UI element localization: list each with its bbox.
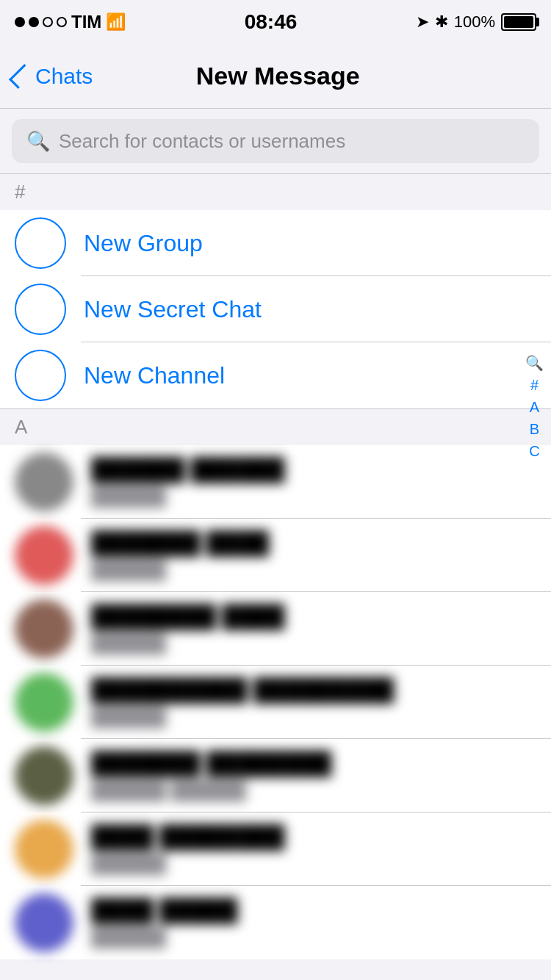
contact-info: ███████ ████ ██████ — [91, 530, 536, 580]
nav-bar: Chats New Message — [0, 44, 551, 109]
chevron-left-icon — [9, 64, 34, 89]
contact-item[interactable]: ███████ ████ ██████ — [0, 519, 551, 592]
status-time: 08:46 — [245, 10, 298, 34]
signal-dot-3 — [43, 17, 53, 27]
contact-sub: ██████ ██████ — [91, 780, 536, 801]
carrier-name: TIM — [71, 12, 101, 32]
contact-info: ██████████ █████████ ██████ — [91, 677, 536, 727]
search-container: 🔍 Search for contacts or usernames — [0, 109, 551, 173]
contact-sub: ██████ — [91, 854, 536, 874]
new-secret-icon-circle — [15, 284, 66, 335]
avatar — [15, 820, 73, 879]
index-hash[interactable]: # — [530, 375, 539, 395]
contact-sub: ██████ — [91, 560, 536, 580]
contact-list: ██████ ██████ ██████ ███████ ████ ██████… — [0, 445, 551, 959]
new-group-icon-circle — [15, 217, 66, 269]
contact-info: ████████ ████ ██████ — [91, 604, 536, 654]
index-c[interactable]: C — [529, 441, 539, 461]
new-channel-icon-circle — [15, 350, 66, 401]
contact-name: ████████ ████ — [91, 604, 536, 629]
location-icon: ➤ — [416, 12, 429, 32]
contact-item[interactable]: ███████ ████████ ██████ ██████ — [0, 739, 551, 813]
contact-info: ████ █████ ██████ — [91, 898, 536, 948]
alphabetic-index[interactable]: 🔍 # A B C — [525, 353, 544, 461]
avatar — [15, 893, 73, 952]
contact-name: ███████ ████████ — [91, 751, 536, 776]
new-group-item[interactable]: New Group — [0, 210, 551, 276]
signal-dot-2 — [29, 17, 39, 27]
avatar — [15, 673, 73, 732]
section-a-label: A — [15, 416, 27, 439]
avatar — [15, 453, 73, 511]
action-list: New Group New Secret Chat — [0, 210, 551, 408]
new-channel-label: New Channel — [84, 362, 225, 389]
section-hash-label: # — [15, 181, 25, 203]
status-bar: TIM 📶 08:46 ➤ ✱ 100% — [0, 0, 551, 44]
carrier-signal: TIM 📶 — [15, 12, 126, 32]
new-channel-item[interactable]: New Channel — [0, 342, 551, 408]
battery-icon — [501, 13, 536, 31]
contact-item[interactable]: ████ █████ ██████ — [0, 886, 551, 959]
index-a[interactable]: A — [530, 397, 539, 417]
index-search[interactable]: 🔍 — [525, 353, 544, 373]
contact-item[interactable]: ████ ████████ ██████ — [0, 813, 551, 886]
signal-dot-1 — [15, 17, 25, 27]
contact-item[interactable]: ██████ ██████ ██████ — [0, 445, 551, 519]
new-secret-label: New Secret Chat — [84, 296, 262, 323]
page-title: New Message — [196, 62, 360, 90]
contact-item[interactable]: ████████ ████ ██████ — [0, 592, 551, 666]
signal-dot-4 — [57, 17, 67, 27]
back-button[interactable]: Chats — [15, 64, 93, 89]
wifi-icon: 📶 — [106, 12, 126, 32]
section-hash-header: # — [0, 173, 551, 210]
new-group-label: New Group — [84, 230, 203, 257]
status-right: ➤ ✱ 100% — [416, 12, 536, 32]
contact-name: ████ ████████ — [91, 824, 536, 849]
new-secret-chat-item[interactable]: New Secret Chat — [0, 276, 551, 342]
contact-sub: ██████ — [91, 927, 536, 948]
search-icon: 🔍 — [26, 130, 50, 153]
contact-name: ██████████ █████████ — [91, 677, 536, 702]
section-a-header: A — [0, 408, 551, 445]
contact-sub: ██████ — [91, 707, 536, 727]
contact-name: ████ █████ — [91, 898, 536, 923]
contact-item[interactable]: ██████████ █████████ ██████ — [0, 666, 551, 739]
avatar — [15, 746, 73, 805]
contact-info: ███████ ████████ ██████ ██████ — [91, 751, 536, 801]
contact-info: ████ ████████ ██████ — [91, 824, 536, 874]
contact-sub: ██████ — [91, 633, 536, 654]
search-placeholder: Search for contacts or usernames — [59, 130, 345, 153]
back-label: Chats — [35, 64, 93, 89]
search-bar[interactable]: 🔍 Search for contacts or usernames — [12, 119, 539, 163]
contact-name: ███████ ████ — [91, 530, 536, 555]
avatar — [15, 599, 73, 658]
avatar — [15, 526, 73, 585]
contact-name: ██████ ██████ — [91, 457, 536, 482]
battery-percent: 100% — [454, 12, 495, 32]
contact-sub: ██████ — [91, 486, 536, 507]
index-b[interactable]: B — [530, 419, 539, 439]
contact-info: ██████ ██████ ██████ — [91, 457, 536, 507]
bluetooth-icon: ✱ — [435, 12, 448, 32]
